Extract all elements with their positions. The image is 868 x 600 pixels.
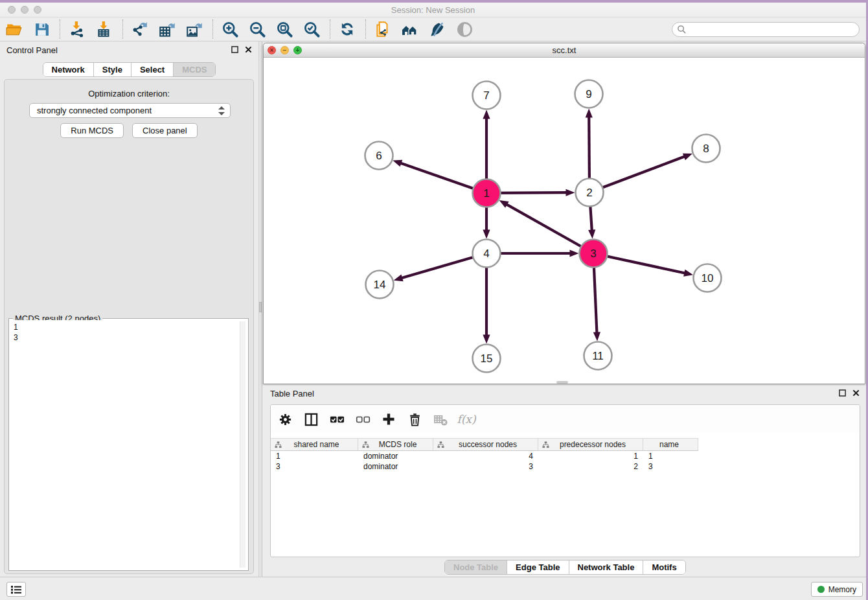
network-canvas[interactable]: 7968124314101511 [264, 58, 865, 384]
graph-edge-2-8[interactable] [589, 157, 685, 192]
show-hide-icon[interactable] [455, 20, 474, 38]
save-session-icon[interactable] [32, 20, 51, 38]
toolbar-separator [330, 19, 330, 39]
cell-shared-name: 1 [271, 452, 358, 462]
cell-successor-nodes: 4 [433, 452, 538, 462]
column-header-predecessor-nodes[interactable]: predecessor nodes [538, 439, 643, 450]
function-builder-icon-disabled: f(x) [459, 411, 474, 427]
run-mcds-button[interactable]: Run MCDS [60, 123, 124, 138]
mcds-tab-content: Optimization criterion: strongly connect… [4, 79, 254, 574]
dropdown-stepper-icon [218, 106, 225, 116]
graph-node-label: 6 [376, 150, 382, 162]
add-column-icon[interactable] [381, 411, 396, 427]
memory-button[interactable]: Memory [811, 582, 863, 597]
toolbar-separator [212, 19, 213, 39]
search-icon [677, 25, 687, 34]
tab-network-table[interactable]: Network Table [569, 560, 644, 574]
zoom-fit-icon[interactable] [275, 20, 293, 38]
optimization-criterion-label: Optimization criterion: [5, 89, 253, 98]
table-row[interactable]: 1 dominator 4 1 1 [271, 452, 860, 462]
result-scrollbar[interactable] [240, 321, 246, 568]
close-panel-icon[interactable] [245, 46, 252, 53]
tab-motifs[interactable]: Motifs [643, 560, 685, 574]
toolbar-separator [365, 19, 366, 39]
table-row[interactable]: 3 dominator 3 2 3 [271, 462, 860, 472]
first-neighbors-icon[interactable] [401, 20, 419, 38]
splitter-grip[interactable] [259, 302, 262, 312]
task-history-button[interactable] [6, 582, 26, 597]
tab-mcds[interactable]: MCDS [174, 63, 215, 76]
select-all-columns-icon[interactable] [329, 411, 345, 427]
network-window-titlebar[interactable]: × − + scc.txt [264, 43, 865, 58]
cell-predecessor-nodes: 2 [538, 462, 643, 472]
float-table-panel-icon[interactable] [839, 389, 846, 397]
show-column-icon[interactable] [303, 411, 319, 427]
table-options-icon[interactable] [277, 411, 293, 427]
cell-name: 1 [643, 452, 698, 462]
open-file-icon[interactable] [5, 20, 23, 38]
graph-edge-arrowhead [499, 200, 509, 208]
export-image-icon[interactable] [185, 20, 203, 38]
memory-label: Memory [828, 585, 856, 594]
task-list-icon [11, 585, 21, 594]
tab-select[interactable]: Select [131, 63, 174, 76]
import-network-icon[interactable] [68, 20, 86, 38]
graph-edge-arrowhead [393, 160, 402, 167]
graph-edge-arrowhead [570, 249, 579, 257]
mcds-result-group: MCDS result (2 nodes) 1 3 [8, 318, 249, 571]
graph-node-label: 10 [702, 272, 714, 284]
canvas-scrollbar-nub[interactable] [556, 381, 568, 384]
table-panel-title: Table Panel [270, 389, 314, 398]
table-body: 1 dominator 4 1 1 3 dominator 3 2 3 [271, 452, 860, 472]
graph-edge-arrowhead [394, 274, 404, 281]
main-toolbar [0, 17, 866, 41]
float-panel-icon[interactable] [231, 46, 238, 53]
column-header-name[interactable]: name [643, 439, 698, 450]
graph-node-label: 8 [703, 143, 709, 155]
cell-mcds-role: dominator [358, 452, 433, 462]
column-header-shared-name[interactable]: shared name [271, 439, 358, 450]
cell-name: 3 [643, 462, 698, 472]
deselect-all-columns-icon[interactable] [355, 411, 371, 427]
table-header-row: shared name MCDS role successor nodes pr… [271, 438, 698, 451]
zoom-selected-icon[interactable] [303, 20, 321, 38]
delete-table-icon-disabled [433, 411, 448, 427]
graph-edge-arrowhead [483, 110, 490, 119]
control-panel-title: Control Panel [6, 45, 58, 55]
mcds-result-item: 1 [14, 322, 244, 332]
export-network-icon[interactable] [131, 20, 149, 38]
apply-style-icon[interactable] [428, 20, 446, 38]
tab-node-table[interactable]: Node Table [445, 560, 507, 574]
hierarchy-icon [542, 441, 549, 448]
network-graph[interactable]: 7968124314101511 [264, 58, 865, 384]
tab-style[interactable]: Style [94, 63, 131, 76]
mcds-result-list[interactable]: 1 3 [10, 320, 247, 569]
cell-shared-name: 3 [271, 462, 358, 472]
graph-edge-arrowhead [588, 229, 595, 238]
optimization-criterion-select[interactable]: strongly connected component [29, 103, 231, 118]
graph-edge-arrowhead [593, 332, 600, 341]
close-table-panel-icon[interactable] [852, 389, 860, 397]
delete-column-icon[interactable] [407, 411, 422, 427]
tab-network[interactable]: Network [43, 63, 94, 76]
network-window-title: scc.txt [264, 45, 865, 55]
graph-node-label: 4 [483, 248, 489, 260]
refresh-icon[interactable] [338, 20, 356, 38]
cell-successor-nodes: 3 [433, 462, 538, 472]
mcds-result-item: 3 [14, 332, 244, 343]
hierarchy-icon [437, 441, 444, 448]
graph-edge-arrowhead [565, 189, 575, 196]
toolbar-separator [122, 19, 123, 39]
search-input[interactable] [687, 24, 859, 36]
close-panel-button[interactable]: Close panel [132, 123, 198, 138]
export-table-icon[interactable] [158, 20, 176, 38]
graph-edge-3-1[interactable] [507, 204, 593, 253]
column-header-successor-nodes[interactable]: successor nodes [433, 439, 538, 450]
tab-edge-table[interactable]: Edge Table [507, 560, 569, 574]
zoom-in-icon[interactable] [221, 20, 239, 38]
clone-network-icon[interactable] [374, 20, 392, 38]
zoom-out-icon[interactable] [248, 20, 266, 38]
import-table-icon[interactable] [95, 20, 113, 38]
column-header-mcds-role[interactable]: MCDS role [358, 439, 433, 450]
graph-node-label: 15 [481, 352, 493, 365]
